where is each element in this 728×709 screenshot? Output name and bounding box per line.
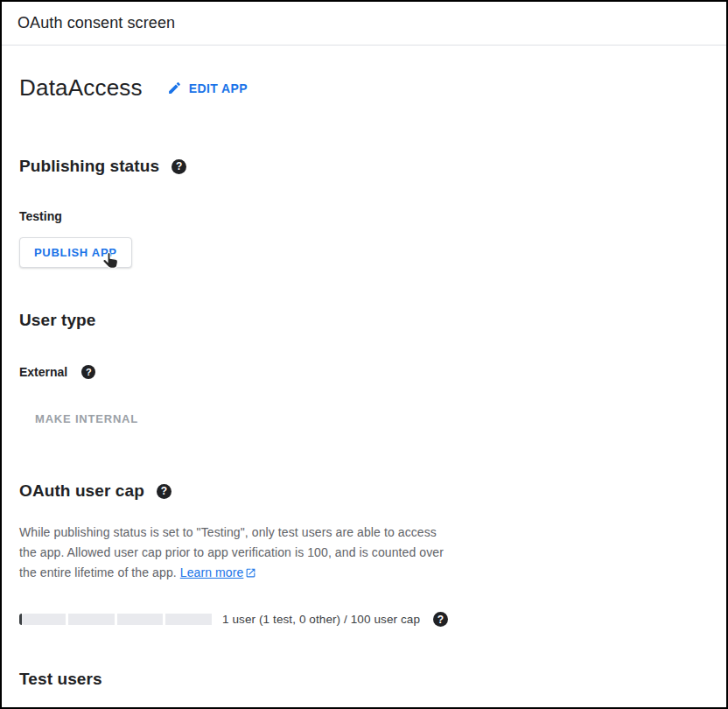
- user-cap-progress-bar: [19, 614, 212, 625]
- oauth-user-cap-help-icon[interactable]: ?: [157, 484, 172, 499]
- main-content: DataAccess EDIT APP Publishing status ? …: [2, 74, 726, 709]
- page-title: OAuth consent screen: [18, 14, 175, 32]
- description-line-1: While publishing status is set to "Testi…: [19, 523, 709, 543]
- test-users-heading: Test users: [19, 670, 102, 689]
- user-type-value-row: External ?: [19, 365, 709, 379]
- make-internal-button[interactable]: MAKE INTERNAL: [35, 411, 138, 427]
- publishing-status-value: Testing: [19, 209, 709, 223]
- user-cap-usage-row: 1 user (1 test, 0 other) / 100 user cap …: [19, 612, 709, 627]
- test-users-heading-row: Test users: [19, 670, 709, 689]
- progress-segment: [117, 614, 164, 625]
- edit-app-button[interactable]: EDIT APP: [165, 77, 249, 99]
- user-cap-usage-text: 1 user (1 test, 0 other) / 100 user cap: [222, 613, 420, 626]
- publish-app-button[interactable]: PUBLISH APP: [19, 237, 132, 268]
- progress-segment: [19, 614, 66, 625]
- edit-pencil-icon: [167, 81, 182, 95]
- description-line-3-text: the entire lifetime of the app.: [19, 565, 180, 579]
- edit-app-label: EDIT APP: [189, 81, 248, 95]
- description-line-2: the app. Allowed user cap prior to app v…: [19, 543, 709, 563]
- page-header: OAuth consent screen: [2, 2, 726, 46]
- oauth-user-cap-heading: OAuth user cap: [19, 481, 144, 501]
- app-title-row: DataAccess EDIT APP: [19, 74, 709, 102]
- progress-segment: [68, 614, 115, 625]
- open-in-new-icon: [245, 565, 256, 585]
- user-type-heading: User type: [19, 311, 96, 330]
- publishing-status-heading-row: Publishing status ?: [19, 157, 709, 176]
- progress-fill: [19, 614, 22, 625]
- oauth-user-cap-heading-row: OAuth user cap ?: [19, 481, 709, 501]
- learn-more-link[interactable]: Learn more: [180, 565, 244, 579]
- publish-app-button-wrap: PUBLISH APP: [19, 237, 132, 268]
- user-cap-help-icon[interactable]: ?: [433, 612, 448, 627]
- oauth-user-cap-description: While publishing status is set to "Testi…: [19, 523, 709, 585]
- description-line-3: the entire lifetime of the app. Learn mo…: [19, 563, 709, 585]
- publishing-status-help-icon[interactable]: ?: [172, 159, 186, 174]
- user-type-help-icon[interactable]: ?: [81, 365, 95, 379]
- publishing-status-heading: Publishing status: [19, 157, 159, 176]
- user-type-value: External: [19, 365, 67, 379]
- user-type-heading-row: User type: [19, 311, 709, 330]
- app-name: DataAccess: [19, 74, 143, 102]
- progress-segment: [165, 614, 212, 625]
